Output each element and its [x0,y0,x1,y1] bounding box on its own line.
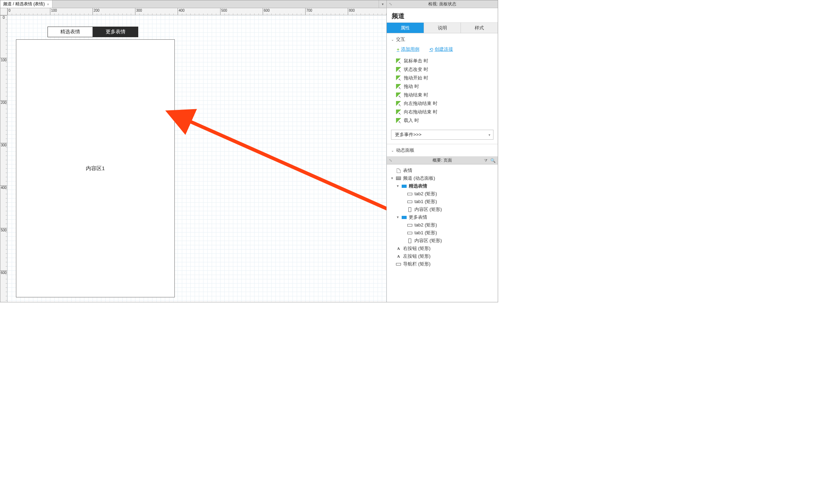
event-label: 拖动结束 时 [404,92,428,98]
canvas-viewport[interactable]: 精选表情 更多表情 内容区1 [7,15,386,302]
ruler-v-tick: 500 [0,228,7,232]
disclosure-icon[interactable]: ▼ [390,177,394,180]
event-item[interactable]: 拖动结束 时 [393,91,493,99]
outline-rect-wide-icon [407,231,412,235]
event-icon [396,118,401,123]
outline-row[interactable]: 导航栏 (矩形) [388,260,496,268]
tab-featured[interactable]: 精选表情 [48,27,93,37]
event-item[interactable]: 状态改变 时 [393,65,493,74]
content-area-box[interactable]: 内容区1 [16,39,175,297]
event-label: 载入 时 [404,117,419,124]
tab-more[interactable]: 更多表情 [93,27,138,37]
section-interactions-label: 交互 [396,36,405,43]
disclosure-icon[interactable]: ▼ [396,215,400,219]
outline-label: 频道 (动态面板) [403,175,435,181]
event-item[interactable]: 向左拖动结束 时 [393,99,493,108]
event-label: 向右拖动结束 时 [404,109,437,115]
outline-label: tab2 (矩形) [414,222,437,228]
outline-rect-tall-icon [407,239,412,243]
outline-row[interactable]: A左按钮 (矩形) [388,252,496,260]
canvas-area: 0100200300400500600700800900 01002003004… [0,8,386,302]
event-item[interactable]: 载入 时 [393,116,493,125]
outline-row[interactable]: tab1 (矩形) [388,229,496,237]
tabbar-menu-icon[interactable]: ▾ [379,0,386,8]
inspector-tab-1[interactable]: 说明 [424,23,461,33]
ruler-v-tick: 200 [0,100,7,105]
selection-name: 频道 [387,8,498,23]
outline-label: 更多表情 [409,214,427,220]
outline-rect-wide-icon [407,200,412,204]
section-interactions: ⌄ 交互 添加用例 创建连接 鼠标单击 时状态改变 时拖动开始 时拖动 时拖动结… [387,33,498,144]
outline-page-icon [396,168,401,173]
search-icon[interactable]: 🔍 [490,158,496,163]
outline-label: 内容区 (矩形) [414,206,442,213]
app-root: 频道 / 精选表情 (表情) × ▾ 010020030040050060070… [0,0,498,302]
section-dynpanel: ⌄ 动态面板 [387,144,498,157]
event-icon [396,67,401,72]
ruler-v-tick: 0 [0,15,7,19]
ruler-h-tick: 200 [93,8,100,15]
event-item[interactable]: 拖动开始 时 [393,74,493,82]
event-label: 鼠标单击 时 [404,58,428,64]
outline-row[interactable]: tab1 (矩形) [388,198,496,206]
section-dynpanel-header[interactable]: ⌄ 动态面板 [387,144,498,156]
outline-label: tab2 (矩形) [414,191,437,197]
event-list: 鼠标单击 时状态改变 时拖动开始 时拖动 时拖动结束 时向左拖动结束 时向右拖动… [387,56,498,128]
outline-row[interactable]: tab2 (矩形) [388,190,496,198]
inspector-tabs: 属性说明样式 [387,23,498,33]
inspector-tab-0[interactable]: 属性 [387,23,424,33]
outline-label: 表情 [403,167,412,174]
outline-row[interactable]: A右按钮 (矩形) [388,245,496,252]
event-icon [396,110,401,114]
add-case-link[interactable]: 添加用例 [397,46,419,52]
disclosure-icon[interactable]: ▼ [396,184,400,188]
outline-row[interactable]: tab2 (矩形) [388,221,496,229]
outline-row[interactable]: 表情 [388,167,496,174]
outline-row[interactable]: 内容区 (矩形) [388,206,496,213]
outline-rect-wide-icon [396,262,401,266]
inspector-tab-2[interactable]: 样式 [461,23,498,33]
close-icon[interactable]: × [47,2,49,6]
filter-icon[interactable]: ⧩ [484,158,487,163]
tabs-widget[interactable]: 精选表情 更多表情 [48,27,138,37]
outline-row[interactable]: ▼频道 (动态面板) [388,174,496,182]
event-item[interactable]: 向右拖动结束 时 [393,108,493,116]
page-tab[interactable]: 频道 / 精选表情 (表情) × [0,0,52,8]
outline-A-icon: A [396,254,401,258]
section-dynpanel-label: 动态面板 [396,147,414,153]
event-item[interactable]: 鼠标单击 时 [393,57,493,65]
outline-state-icon [402,215,407,219]
chevron-down-icon: ⌄ [391,38,394,41]
ruler-h-tick: 600 [263,8,271,15]
section-interactions-header[interactable]: ⌄ 交互 [387,33,498,45]
create-link-link[interactable]: 创建连接 [429,46,453,52]
outline-row[interactable]: ▼精选表情 [388,182,496,190]
ruler-vertical: 0100200300400500600 [0,15,7,302]
event-item[interactable]: 拖动 时 [393,82,493,91]
outline-A-icon: A [396,246,401,251]
ruler-corner [0,8,7,15]
ruler-h-tick: 700 [305,8,313,15]
inspector-title: 检视: 面板状态 [428,1,456,7]
outline-label: 左按钮 (矩形) [403,253,430,259]
more-events-label: 更多事件>>> [395,131,422,138]
tabbar-spacer [52,0,379,8]
outline-dp-icon [396,176,401,180]
ruler-horizontal: 0100200300400500600700800900 [7,8,386,15]
ruler-v-tick: 600 [0,270,7,275]
pin-icon[interactable]: ⤡ [389,158,392,163]
ruler-h-tick: 100 [50,8,58,15]
more-events-dropdown[interactable]: 更多事件>>> [391,130,493,140]
inspector-title-bar: ⤡ 检视: 面板状态 [387,0,498,8]
event-label: 状态改变 时 [404,66,428,73]
outline-list: 表情▼频道 (动态面板)▼精选表情tab2 (矩形)tab1 (矩形)内容区 (… [387,164,498,270]
outline-row[interactable]: ▼更多表情 [388,213,496,221]
event-icon [396,93,401,97]
event-label: 拖动 时 [404,83,419,90]
pin-icon[interactable]: ⤡ [389,2,392,6]
page-tab-bar: 频道 / 精选表情 (表情) × ▾ [0,0,386,8]
outline-title-bar: ⤡ 概要: 页面 ⧩ 🔍 [387,157,498,164]
outline-row[interactable]: 内容区 (矩形) [388,237,496,245]
outline-panel: 表情▼频道 (动态面板)▼精选表情tab2 (矩形)tab1 (矩形)内容区 (… [387,164,498,302]
outline-rect-tall-icon [407,207,412,212]
